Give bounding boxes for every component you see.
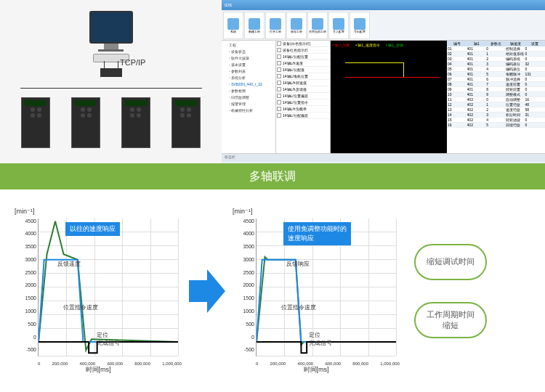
protocol-label: TCP/IP: [120, 58, 145, 67]
ribbon-button[interactable]: 打开工程: [265, 12, 286, 39]
param-row[interactable]: 设备红色指示灯: [276, 47, 330, 54]
checkbox-icon[interactable]: [277, 68, 281, 72]
table-row[interactable]: 064015每圈脉冲131: [447, 72, 545, 77]
table-row[interactable]: 014010控制选择0: [447, 46, 545, 52]
parameter-checklist[interactable]: 设备(白色指示灯)设备红色指示灯14轴L/分配位置14轴L/h速度14轴L/分配…: [276, 41, 331, 153]
param-row[interactable]: 14轴L/h负载率: [276, 106, 330, 113]
param-row[interactable]: 14轴L/h速度: [276, 60, 330, 67]
param-row[interactable]: 设备(白色指示灯): [276, 41, 330, 47]
comparison-section: 450040003500300025002000150010005000-500…: [0, 189, 545, 392]
oscilloscope-view[interactable]: • 输入位置• 轴1_速度指令• 轴1_反馈: [331, 41, 447, 153]
table-row[interactable]: 164025前馈增益0: [447, 123, 545, 128]
table-row[interactable]: 094018转矩前置0: [447, 87, 545, 92]
param-row[interactable]: 14轴L/位置偏差: [276, 93, 330, 99]
parameter-table[interactable]: 编号轴1参数名轴速度设置 014010控制选择0024011绝对值系统00340…: [447, 41, 545, 153]
param-row[interactable]: 14轴L/电机位置: [276, 73, 330, 80]
network-diagram: TCP/IP: [0, 0, 222, 163]
table-row[interactable]: 104019调整模式0: [447, 92, 545, 97]
router-icon: [100, 68, 122, 77]
param-row[interactable]: 14轴L/分配位置: [276, 54, 330, 60]
checkbox-icon[interactable]: [277, 48, 281, 52]
status-bar: 状态栏: [222, 153, 545, 162]
tree-item[interactable]: ◦ 软件示波器: [223, 55, 274, 62]
ribbon-icon: [333, 18, 344, 30]
chart-after: 450040003500300025002000150010005000-500…: [233, 208, 400, 375]
ribbon-button[interactable]: 关闭当前工程: [307, 12, 328, 39]
table-row[interactable]: 154024转矩滤波0: [447, 118, 545, 123]
param-row[interactable]: 14轴L/h反馈值: [276, 86, 330, 93]
table-row[interactable]: 114020自动调整16: [447, 97, 545, 102]
tree-item[interactable]: ◦ 基本设置: [223, 62, 274, 68]
tree-item[interactable]: ◦ 参数检测: [223, 88, 274, 94]
checkbox-icon[interactable]: [277, 107, 281, 111]
ribbon-button[interactable]: 导出配置: [350, 12, 370, 39]
checkbox-icon[interactable]: [277, 54, 281, 59]
table-header: 编号轴1参数名轴速度设置: [447, 41, 545, 46]
ribbon-button[interactable]: 系统: [223, 12, 243, 39]
param-row[interactable]: 14轴L/分配值: [276, 67, 330, 73]
tree-item[interactable]: ◦ 系统分析: [223, 75, 274, 81]
tree-item[interactable]: ◦ 参数列表: [223, 68, 274, 75]
ribbon-icon: [291, 18, 302, 30]
table-row[interactable]: 054014编码器位0: [447, 67, 545, 72]
checkbox-icon[interactable]: [277, 74, 281, 78]
ribbon-icon: [354, 18, 366, 30]
servo-drive-icon: [71, 97, 100, 148]
ribbon-button[interactable]: 保存工程: [286, 12, 307, 39]
window-titlebar: IDS: [222, 0, 545, 10]
tree-root[interactable]: 工程: [223, 42, 274, 49]
checkbox-icon[interactable]: [277, 94, 281, 98]
badge-shorten-debug: 缩短调试时间: [414, 244, 487, 280]
ribbon-icon: [227, 18, 239, 30]
servo-drive-icon: [171, 97, 201, 148]
table-row[interactable]: 034012编码系统0: [447, 57, 545, 62]
table-row[interactable]: 074016脉冲选择0: [447, 77, 545, 82]
workspace: 工程 ◦ 设备状态◦ 软件示波器◦ 基本设置◦ 参数列表◦ 系统分析◦ SV82…: [222, 41, 545, 153]
servo-drives-row: [7, 97, 214, 148]
param-row[interactable]: 14轴L/h转速值: [276, 80, 330, 86]
scope-legend: • 输入位置• 轴1_速度指令• 轴1_反馈: [333, 43, 403, 47]
checkbox-icon[interactable]: [277, 87, 281, 91]
bus-line: [20, 88, 202, 89]
checkbox-icon[interactable]: [277, 61, 281, 65]
monitor-stand: [104, 44, 118, 49]
checkbox-icon[interactable]: [277, 81, 281, 85]
chart-before: 450040003500300025002000150010005000-500…: [15, 208, 182, 375]
project-tree[interactable]: 工程 ◦ 设备状态◦ 软件示波器◦ 基本设置◦ 参数列表◦ 系统分析◦ SV82…: [222, 41, 276, 153]
tree-item[interactable]: ◦ SV820N_440_r_22: [223, 81, 274, 88]
table-row[interactable]: 124021位置增益48: [447, 102, 545, 107]
servo-drive-icon: [21, 97, 50, 148]
tree-item[interactable]: ◦ 报警管理: [223, 101, 274, 107]
ribbon-button[interactable]: 新建工程: [244, 12, 265, 39]
app-title: IDS: [225, 3, 232, 7]
param-row[interactable]: 14轴L/分配偏差: [276, 113, 330, 119]
checkbox-icon[interactable]: [277, 100, 281, 105]
table-row[interactable]: 144023积分时间31: [447, 113, 545, 118]
badge-shorten-cycle: 工作周期时间缩短: [414, 302, 487, 338]
servo-drive-icon: [121, 97, 150, 148]
section-banner: 多轴联调: [0, 163, 545, 189]
checkbox-icon[interactable]: [277, 113, 281, 118]
tree-item[interactable]: ◦ 机械特性分析: [223, 107, 274, 114]
monitor-foot: [98, 49, 124, 52]
ribbon-icon: [270, 18, 281, 30]
tree-item[interactable]: ◦ 旧增益调整: [223, 94, 274, 101]
ribbon-toolbar: 系统新建工程打开工程保存工程关闭当前工程导入配置导出配置: [222, 10, 545, 41]
table-row[interactable]: 134022速度增益58: [447, 107, 545, 113]
tree-item[interactable]: ◦ 设备状态: [223, 49, 274, 55]
table-row[interactable]: 084017速度前置0: [447, 82, 545, 87]
checkbox-icon[interactable]: [277, 41, 281, 46]
arrow-right-icon: [189, 269, 225, 313]
param-row[interactable]: 14轴L/位置指令: [276, 99, 330, 106]
table-row[interactable]: 044013编码器分32: [447, 62, 545, 67]
ribbon-icon: [249, 18, 260, 30]
software-screenshot: IDS 系统新建工程打开工程保存工程关闭当前工程导入配置导出配置 工程 ◦ 设备…: [222, 0, 545, 163]
ribbon-icon: [312, 18, 323, 30]
benefit-badges: 缩短调试时间 工作周期时间缩短: [414, 244, 487, 338]
top-section: TCP/IP IDS 系统新建工程打开工程保存工程关闭当前工程导入配置导出配置 …: [0, 0, 545, 163]
pc-monitor-icon: [89, 11, 133, 44]
table-row[interactable]: 024011绝对值系统0: [447, 52, 545, 57]
ribbon-button[interactable]: 导入配置: [328, 12, 349, 39]
